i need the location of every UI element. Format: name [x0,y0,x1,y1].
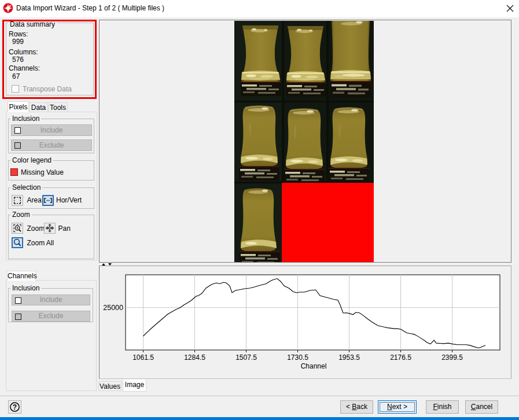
svg-text:1730.5: 1730.5 [287,353,308,362]
svg-text:Channel: Channel [301,362,327,370]
svg-text:1507.5: 1507.5 [235,353,257,362]
svg-text:1061.5: 1061.5 [132,353,154,362]
svg-text:2176.5: 2176.5 [390,353,411,362]
svg-text:25000: 25000 [103,304,123,312]
svg-text:1284.5: 1284.5 [184,353,205,362]
svg-text:?: ? [13,403,17,411]
svg-text:1953.5: 1953.5 [338,353,360,362]
svg-text:2399.5: 2399.5 [441,353,463,362]
